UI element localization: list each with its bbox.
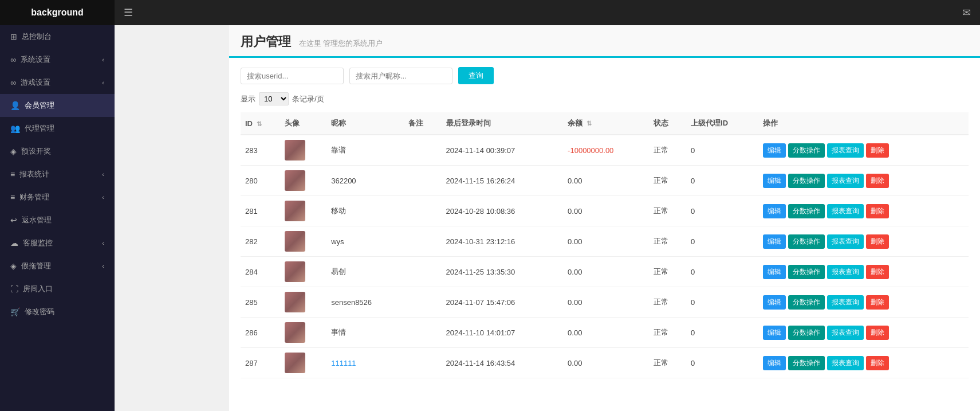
delete-button[interactable]: 删除	[866, 326, 889, 340]
cell-balance: 0.00	[563, 287, 649, 318]
score-button[interactable]: 分数操作	[788, 295, 825, 310]
edit-button[interactable]: 编辑	[763, 356, 786, 370]
per-page-suffix: 条记录/页	[292, 94, 324, 104]
sidebar-item-rebate[interactable]: ↩ 返水管理	[0, 209, 115, 232]
cell-avatar	[280, 257, 326, 287]
action-buttons: 编辑 分数操作 报表查询 删除	[763, 356, 964, 370]
report-button[interactable]: 报表查询	[827, 143, 864, 158]
score-button[interactable]: 分数操作	[788, 265, 825, 279]
cell-avatar	[280, 287, 326, 318]
sidebar-item-label: 系统设置	[21, 54, 50, 65]
score-button[interactable]: 分数操作	[788, 143, 825, 158]
action-buttons: 编辑 分数操作 报表查询 删除	[763, 204, 964, 218]
edit-button[interactable]: 编辑	[763, 295, 786, 310]
sidebar-item-customer[interactable]: ☁ 客服监控 ‹	[0, 232, 115, 255]
cell-avatar	[280, 348, 326, 378]
score-button[interactable]: 分数操作	[788, 204, 825, 218]
sidebar-item-prediction[interactable]: ◈ 预设开奖	[0, 140, 115, 163]
col-parent-id: 上级代理ID	[686, 112, 758, 135]
cell-parent-id: 0	[686, 318, 758, 348]
report-button[interactable]: 报表查询	[827, 356, 864, 370]
score-button[interactable]: 分数操作	[788, 174, 825, 188]
menu-icon[interactable]: ☰	[124, 6, 133, 19]
edit-button[interactable]: 编辑	[763, 326, 786, 340]
per-page-select[interactable]: 10 25 50 100	[259, 92, 289, 105]
edit-button[interactable]: 编辑	[763, 174, 786, 188]
sidebar-item-agent-mgmt[interactable]: 👥 代理管理	[0, 117, 115, 140]
email-icon[interactable]: ✉	[962, 6, 971, 19]
sidebar-item-member-mgmt[interactable]: 👤 会员管理	[0, 94, 115, 117]
sidebar-item-game-settings[interactable]: ∞ 游戏设置 ‹	[0, 71, 115, 94]
sidebar-item-system-settings[interactable]: ∞ 系统设置 ‹	[0, 48, 115, 71]
cell-status: 正常	[649, 348, 686, 378]
customer-icon: ☁	[10, 238, 18, 248]
cell-avatar	[280, 166, 326, 196]
report-button[interactable]: 报表查询	[827, 326, 864, 340]
fake-icon: ◈	[10, 261, 17, 271]
avatar	[285, 201, 305, 221]
sidebar-item-reports[interactable]: ≡ 报表统计 ‹	[0, 163, 115, 186]
edit-button[interactable]: 编辑	[763, 265, 786, 279]
cell-balance: -10000000.00	[563, 135, 649, 166]
search-nickname-input[interactable]	[349, 68, 452, 84]
cell-parent-id: 0	[686, 166, 758, 196]
cell-nickname: 易创	[326, 257, 404, 287]
sort-icon[interactable]: ⇅	[257, 120, 262, 127]
sidebar-item-fake[interactable]: ◈ 假拖管理 ‹	[0, 255, 115, 277]
page-title: 用户管理	[241, 34, 291, 49]
sidebar-item-dashboard[interactable]: ⊞ 总控制台	[0, 25, 115, 48]
delete-button[interactable]: 删除	[866, 143, 889, 158]
delete-button[interactable]: 删除	[866, 295, 889, 310]
cell-actions: 编辑 分数操作 报表查询 删除	[758, 135, 969, 166]
delete-button[interactable]: 删除	[866, 356, 889, 370]
dashboard-icon: ⊞	[10, 32, 17, 41]
cell-note	[404, 135, 441, 166]
sort-icon[interactable]: ⇅	[587, 120, 592, 127]
avatar	[285, 261, 305, 282]
avatar	[285, 170, 305, 191]
action-buttons: 编辑 分数操作 报表查询 删除	[763, 326, 964, 340]
avatar	[285, 322, 305, 343]
nickname-link[interactable]: 111111	[331, 359, 356, 367]
records-bar: 显示 10 25 50 100 条记录/页	[241, 92, 969, 105]
report-button[interactable]: 报表查询	[827, 174, 864, 188]
delete-button[interactable]: 删除	[866, 204, 889, 218]
sidebar-item-label: 假拖管理	[21, 261, 51, 271]
cell-note	[404, 257, 441, 287]
chevron-right-icon: ‹	[102, 263, 104, 269]
col-nickname: 昵称	[326, 112, 404, 135]
edit-button[interactable]: 编辑	[763, 234, 786, 249]
report-button[interactable]: 报表查询	[827, 295, 864, 310]
cell-note	[404, 166, 441, 196]
col-avatar: 头像	[280, 112, 326, 135]
score-button[interactable]: 分数操作	[788, 356, 825, 370]
delete-button[interactable]: 删除	[866, 265, 889, 279]
edit-button[interactable]: 编辑	[763, 204, 786, 218]
delete-button[interactable]: 删除	[866, 174, 889, 188]
sidebar-item-label: 房间入口	[23, 284, 53, 294]
cell-parent-id: 0	[686, 257, 758, 287]
sidebar-item-room[interactable]: ⛶ 房间入口	[0, 277, 115, 300]
sidebar-item-label: 预设开奖	[21, 146, 51, 156]
sidebar-item-finance[interactable]: ≡ 财务管理 ‹	[0, 186, 115, 209]
rebate-icon: ↩	[10, 216, 17, 225]
cell-actions: 编辑 分数操作 报表查询 删除	[758, 348, 969, 378]
edit-button[interactable]: 编辑	[763, 143, 786, 158]
query-button[interactable]: 查询	[458, 67, 494, 84]
col-id: ID ⇅	[241, 112, 280, 135]
table-row: 283靠谱2024-11-14 00:39:07-10000000.00正常0 …	[241, 135, 969, 166]
search-userid-input[interactable]	[241, 68, 344, 84]
chevron-right-icon: ‹	[102, 56, 104, 63]
sidebar-item-change-pwd[interactable]: 🛒 修改密码	[0, 300, 115, 323]
cell-id: 287	[241, 348, 280, 378]
report-button[interactable]: 报表查询	[827, 204, 864, 218]
report-button[interactable]: 报表查询	[827, 234, 864, 249]
delete-button[interactable]: 删除	[866, 234, 889, 249]
table-header-row: ID ⇅ 头像 昵称 备注 最后登录时间 余额 ⇅ 状态 上级代理ID 操作	[241, 112, 969, 135]
cell-avatar	[280, 135, 326, 166]
score-button[interactable]: 分数操作	[788, 234, 825, 249]
sidebar: background ⊞ 总控制台 ∞ 系统设置 ‹ ∞ 游戏设置 ‹ 👤 会员…	[0, 0, 115, 411]
sidebar-item-label: 修改密码	[25, 307, 54, 317]
score-button[interactable]: 分数操作	[788, 326, 825, 340]
report-button[interactable]: 报表查询	[827, 265, 864, 279]
